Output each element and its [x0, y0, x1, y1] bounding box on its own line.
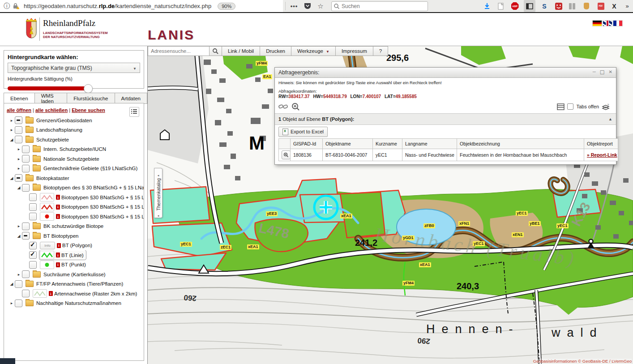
sidebar-toggle-icon[interactable]: [524, 0, 535, 12]
layer-label[interactable]: BT Biotoptypen: [43, 233, 78, 239]
tree-expander-icon[interactable]: ◢: [16, 185, 22, 190]
juristisch-extension-icon[interactable]: [581, 0, 592, 12]
metadata-info-icon[interactable]: i: [56, 262, 60, 267]
layer-checkbox[interactable]: [22, 146, 30, 153]
download-icon[interactable]: [482, 0, 492, 12]
zoom-to-result-icon[interactable]: [291, 103, 302, 111]
layer-label[interactable]: Nationale Schutzgebiete: [43, 156, 99, 162]
layer-checkbox[interactable]: [15, 136, 22, 143]
tree-expander-icon[interactable]: ▸: [16, 272, 22, 277]
layer-label[interactable]: Gentechnikfreie Gebiete (§19 LNatSchG): [43, 166, 137, 171]
pdf-extension-icon[interactable]: PDF: [595, 0, 606, 12]
tree-expander-icon[interactable]: ▸: [16, 157, 22, 161]
layer-label[interactable]: Suchräume (Kartierkulisse): [43, 272, 106, 277]
permalink-icon[interactable]: [278, 103, 288, 110]
overflow-chevron-icon[interactable]: »: [622, 0, 632, 12]
collapse-arrow-icon[interactable]: [608, 117, 612, 121]
insecure-lock-icon[interactable]: [13, 3, 19, 9]
layer-label[interactable]: Grenzen/Geobasisdaten: [36, 118, 92, 123]
layer-checkbox[interactable]: [29, 213, 37, 220]
reader-page-icon[interactable]: [495, 0, 506, 12]
layer-label[interactable]: Biotoptypen §30 BNatSchG + § 15 LNa: [61, 214, 144, 219]
tree-expander-icon[interactable]: ▸: [9, 301, 15, 305]
info-button[interactable]: Info: [40, 242, 55, 249]
url-text[interactable]: https://geodaten.naturschutz.rlp.de/kart…: [24, 3, 211, 9]
tree-expander-icon[interactable]: ▸: [16, 147, 22, 151]
layer-label[interactable]: Intern. Schutzgebiete/IUCN: [43, 146, 106, 152]
metadata-info-icon[interactable]: i: [56, 214, 60, 219]
minimize-icon[interactable]: [593, 69, 596, 76]
layer-checkbox[interactable]: [29, 193, 37, 201]
close-x-icon[interactable]: X: [609, 0, 620, 12]
page-actions-icon[interactable]: •••: [288, 0, 300, 12]
layer-checkbox[interactable]: [15, 116, 22, 124]
layer-checkbox[interactable]: [15, 126, 22, 134]
layer-label[interactable]: BT (Punkt): [61, 262, 86, 267]
layer-label[interactable]: BT (Linie): [61, 253, 84, 258]
tree-expander-icon[interactable]: ▸: [9, 128, 15, 132]
address-search-input[interactable]: [148, 46, 210, 56]
tree-expander-icon[interactable]: ◢: [9, 137, 15, 142]
row-zoom-icon[interactable]: [282, 150, 291, 159]
layer-label[interactable]: Biotoptypen des § 30 BNatSchG + § 15 LNa…: [43, 185, 144, 190]
tree-expander-icon[interactable]: ▸: [16, 224, 22, 228]
metadata-info-icon[interactable]: i: [49, 291, 53, 296]
layer-label[interactable]: Schutzgebiete: [36, 137, 69, 142]
search-layer-link[interactable]: Ebene suchen: [72, 107, 105, 113]
link-mobil-button[interactable]: Link / Mobil: [222, 46, 260, 56]
layer-checkbox[interactable]: [22, 223, 30, 230]
tab-wms-laden[interactable]: WMS laden: [35, 93, 68, 104]
adblock-icon[interactable]: ABP: [509, 0, 520, 12]
layer-checkbox[interactable]: [15, 280, 22, 288]
tab-flurstuecksuche[interactable]: Flurstücksuche: [67, 93, 115, 104]
dialog-titlebar[interactable]: Abfrageergebnis:: [275, 68, 616, 78]
tree-expander-icon[interactable]: ◢: [9, 176, 15, 180]
drucken-button[interactable]: Drucken: [260, 46, 291, 56]
url-bar[interactable]: ⓘ https://geodaten.naturschutz.rlp.de/ka…: [0, 0, 283, 12]
layer-checkbox[interactable]: [15, 174, 22, 182]
tree-expander-icon[interactable]: ◢: [16, 234, 22, 238]
metadata-info-icon[interactable]: i: [57, 243, 61, 248]
metadata-info-icon[interactable]: i: [56, 205, 60, 210]
layer-checkbox[interactable]: [22, 290, 30, 297]
tabs-offen-checkbox[interactable]: [567, 103, 573, 110]
help-button[interactable]: ?: [373, 46, 388, 56]
tree-expander-icon[interactable]: ▸: [16, 166, 22, 171]
table-view-icon[interactable]: [557, 103, 565, 110]
layer-checkbox[interactable]: [29, 261, 37, 269]
bookmark-star-icon[interactable]: ☆: [315, 0, 326, 12]
tab-artdaten[interactable]: Artdaten: [115, 93, 147, 104]
browser-search[interactable]: [331, 1, 428, 11]
impressum-button[interactable]: Impressum: [336, 46, 373, 56]
werkzeuge-button[interactable]: Werkzeuge: [291, 46, 336, 56]
close-all-link[interactable]: alle schließen: [35, 107, 68, 113]
report-link[interactable]: » Report-Link: [587, 152, 617, 158]
extension-s-icon[interactable]: S: [539, 0, 550, 12]
zoom-level-badge[interactable]: 90%: [218, 3, 235, 10]
tree-expander-icon[interactable]: ◢: [9, 282, 15, 286]
layer-label[interactable]: Nachhaltige Naturschutzmaßnahmen: [36, 300, 121, 306]
layer-checkbox[interactable]: [22, 232, 30, 240]
layer-label[interactable]: Artennachweise (Raster 2km x 2km): [54, 291, 137, 296]
page-info-icon[interactable]: ⓘ: [4, 2, 10, 10]
layer-checkbox[interactable]: [22, 165, 30, 172]
close-icon[interactable]: [609, 69, 612, 76]
layer-checkbox[interactable]: [15, 300, 22, 307]
address-search-button[interactable]: [210, 46, 222, 56]
layer-label[interactable]: Landschaftsplanung: [36, 127, 82, 133]
metadata-info-icon[interactable]: i: [56, 195, 60, 200]
saturation-slider[interactable]: [8, 84, 140, 92]
smiley-extension-icon[interactable]: [553, 0, 564, 12]
layer-label[interactable]: BT (Polygon): [62, 243, 92, 248]
layer-checkbox[interactable]: [22, 155, 30, 163]
maximize-icon[interactable]: [600, 69, 605, 76]
background-map-select[interactable]: Topographische Karte grau (TMS): [8, 63, 140, 73]
layer-label[interactable]: FT/FP Artennachweis (Tiere/Pflanzen): [36, 281, 123, 287]
flag-french-icon[interactable]: [613, 21, 622, 26]
layer-list-icon[interactable]: [129, 107, 139, 117]
metadata-info-icon[interactable]: i: [56, 253, 60, 257]
pages-extension-icon[interactable]: [567, 0, 577, 12]
layers-help-icon[interactable]: ?: [602, 103, 611, 111]
layer-label[interactable]: Biotopkataster: [36, 176, 69, 181]
layer-checkbox[interactable]: [22, 270, 30, 278]
